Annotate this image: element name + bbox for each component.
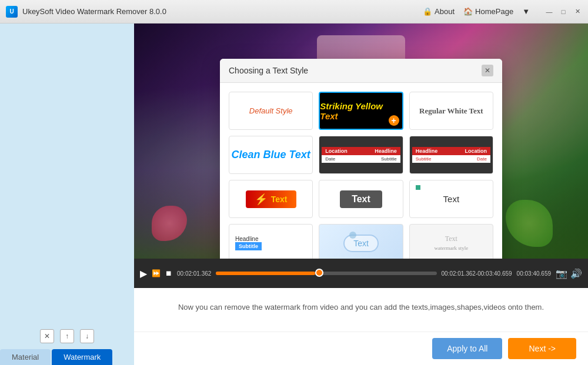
- right-content: Choosing a Text Style ✕ Default Style: [134, 24, 588, 365]
- title-bar-left: U UkeySoft Video Watermark Remover 8.0.0: [6, 6, 423, 18]
- info-text: Now you can remove the watermark from vi…: [146, 303, 576, 312]
- lt-subtitle-2: Subtitle: [416, 156, 432, 162]
- regular-white-label: Regular White Text: [419, 106, 483, 116]
- style-lower-blue[interactable]: Headline Subtitle: [229, 224, 313, 259]
- timeline-progress: [216, 272, 315, 275]
- style-colorful[interactable]: ⚡ Text: [229, 180, 313, 218]
- timeline-area: ▶ ⏩ ⏹ 00:02:01.362 00:02:01.362-00:03:40…: [134, 259, 588, 288]
- style-outline[interactable]: Text: [409, 180, 493, 218]
- camera-icon[interactable]: 📷: [556, 268, 567, 279]
- info-section: Now you can remove the watermark from vi…: [134, 288, 588, 317]
- apply-all-button[interactable]: Apply to All: [432, 338, 502, 359]
- style-grid: Default Style Striking Yellow Text +: [229, 92, 493, 259]
- dialog-header: Choosing a Text Style ✕: [220, 59, 502, 83]
- text-style-dialog: Choosing a Text Style ✕ Default Style: [220, 59, 502, 259]
- close-button[interactable]: ✕: [573, 7, 582, 16]
- chevron-down-icon: ▼: [522, 7, 530, 16]
- start-time: 00:02:01.362: [177, 270, 211, 277]
- lt-headline-1: Headline: [375, 148, 397, 154]
- minimize-button[interactable]: —: [544, 7, 554, 16]
- style-regular-white[interactable]: Regular White Text: [409, 92, 493, 130]
- home-icon: 🏠: [463, 7, 473, 16]
- title-bar: U UkeySoft Video Watermark Remover 8.0.0…: [0, 0, 588, 24]
- about-label: About: [435, 7, 455, 16]
- lt-top-2: Headline Location: [412, 147, 490, 155]
- app-title: UkeySoft Video Watermark Remover 8.0.0: [22, 7, 166, 16]
- style-bubble[interactable]: Text: [319, 224, 403, 259]
- style-striking-yellow[interactable]: Striking Yellow Text +: [319, 92, 403, 130]
- sidebar-tab-bar: Material Watermark: [0, 349, 134, 365]
- timeline-track[interactable]: [216, 272, 436, 275]
- lt-blue-subtitle: Subtitle: [235, 242, 262, 250]
- sidebar: ✕ ↑ ↓ Material Watermark: [0, 24, 134, 365]
- style-lower-third-1[interactable]: Location Headline Date Subtitle: [319, 136, 403, 174]
- style-lower-third-2[interactable]: Headline Location Subtitle Date: [409, 136, 493, 174]
- timeline-thumb[interactable]: [315, 269, 323, 277]
- style-dark[interactable]: Text: [319, 180, 403, 218]
- dialog-overlay: Choosing a Text Style ✕ Default Style: [134, 24, 588, 259]
- lower-third-red-2: Headline Location Subtitle Date: [410, 136, 493, 173]
- timeline-icons: 📷 🔊: [556, 268, 582, 279]
- about-button[interactable]: 🔒 About: [423, 7, 455, 16]
- window-controls: — □ ✕: [544, 7, 582, 16]
- lt-blue-headline: Headline: [235, 236, 258, 242]
- dialog-close-button[interactable]: ✕: [482, 65, 493, 76]
- app-window: U UkeySoft Video Watermark Remover 8.0.0…: [0, 0, 588, 365]
- style-watermark[interactable]: Textwatermark style: [409, 224, 493, 259]
- play-button[interactable]: ▶: [140, 268, 147, 279]
- play-next-button[interactable]: ⏩: [152, 269, 161, 277]
- outline-label: Text: [443, 194, 460, 204]
- lt-subtitle-1: Subtitle: [381, 156, 397, 162]
- lt-headline-2: Headline: [416, 148, 438, 154]
- delete-button[interactable]: ✕: [40, 329, 54, 343]
- lower-third-red-1: Location Headline Date Subtitle: [319, 136, 402, 173]
- dialog-title: Choosing a Text Style: [229, 66, 308, 75]
- lower-section: Now you can remove the watermark from vi…: [134, 288, 588, 365]
- plus-badge: +: [389, 115, 399, 126]
- content-wrapper: ✕ ↑ ↓ Material Watermark: [0, 24, 588, 365]
- bottom-buttons: Apply to All Next ->: [134, 331, 588, 365]
- colorful-style-inner: ⚡ Text: [246, 190, 296, 208]
- homepage-button[interactable]: 🏠 HomePage: [463, 7, 513, 16]
- lt-date-1: Date: [325, 156, 335, 162]
- bubble-circle: [349, 232, 356, 239]
- lt-bottom-1: Date Subtitle: [322, 155, 400, 163]
- app-icon: U: [6, 6, 18, 18]
- maximize-button[interactable]: □: [559, 7, 568, 16]
- watermark-tab[interactable]: Watermark: [52, 349, 112, 365]
- end-time: 00:03:40.659: [517, 270, 551, 277]
- lt-location-1: Location: [325, 148, 348, 154]
- time-range: 00:02:01.362-00:03:40.659: [442, 270, 512, 277]
- lock-icon: 🔒: [423, 7, 432, 16]
- lt-bottom-2: Subtitle Date: [412, 155, 490, 163]
- video-preview: Choosing a Text Style ✕ Default Style: [134, 24, 588, 259]
- next-button[interactable]: Next ->: [508, 338, 576, 359]
- style-default[interactable]: Default Style: [229, 92, 313, 130]
- move-up-button[interactable]: ↑: [60, 329, 74, 343]
- lower-blue-inner: Headline Subtitle: [235, 229, 306, 257]
- homepage-label: HomePage: [475, 7, 513, 16]
- dialog-body: Default Style Striking Yellow Text +: [220, 83, 502, 259]
- bubble-inner: Text: [343, 235, 379, 252]
- lt-date-2: Date: [477, 156, 487, 162]
- default-style-label: Default Style: [249, 106, 293, 115]
- style-clean-blue[interactable]: Clean Blue Text: [229, 136, 313, 174]
- material-tab[interactable]: Material: [0, 349, 51, 365]
- video-section: Choosing a Text Style ✕ Default Style: [134, 24, 588, 288]
- dot-accent: [416, 185, 420, 190]
- watermark-label: Textwatermark style: [434, 235, 468, 252]
- title-bar-right: 🔒 About 🏠 HomePage ▼ — □ ✕: [423, 7, 582, 16]
- volume-icon[interactable]: 🔊: [570, 268, 582, 279]
- clean-blue-label: Clean Blue Text: [231, 149, 310, 161]
- lt-top-1: Location Headline: [322, 147, 400, 155]
- colorful-label: Text: [271, 195, 288, 204]
- move-down-button[interactable]: ↓: [80, 329, 94, 343]
- bubble-label: Text: [343, 235, 379, 252]
- dark-label: Text: [340, 190, 382, 208]
- stop-button[interactable]: ⏹: [165, 269, 172, 277]
- lightning-icon: ⚡: [255, 193, 268, 206]
- dropdown-button[interactable]: ▼: [522, 7, 530, 16]
- lt-location-2: Location: [465, 148, 487, 154]
- sidebar-controls: ✕ ↑ ↓: [0, 326, 134, 346]
